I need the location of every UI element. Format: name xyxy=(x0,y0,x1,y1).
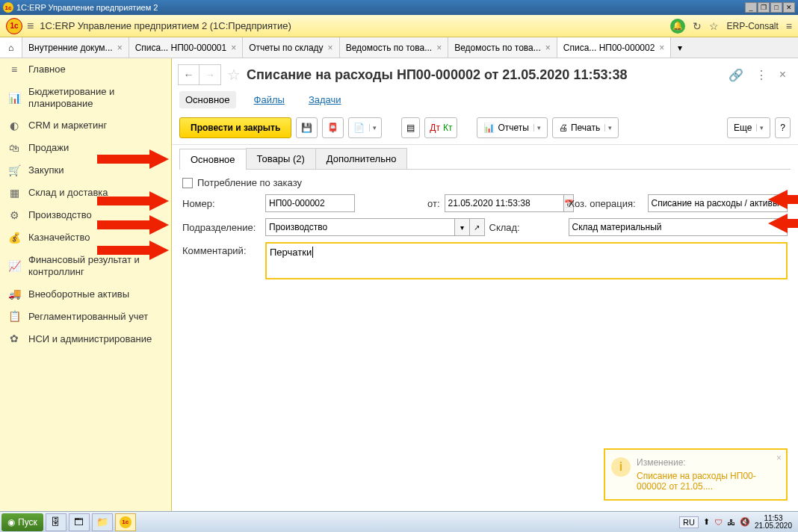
tray-shield-icon[interactable]: 🛡 xyxy=(714,518,723,527)
number-field[interactable] xyxy=(265,194,355,212)
inner-tab-main[interactable]: Основное xyxy=(179,149,247,170)
tray-icon[interactable]: ⬆ xyxy=(703,517,710,527)
taskbar-app-2[interactable]: 🗔 xyxy=(69,513,90,531)
restore-button[interactable]: ❐ xyxy=(758,2,770,13)
notification-body[interactable]: Списание на расходы НП00-000002 от 21.05… xyxy=(637,471,779,492)
tab-internal-docs[interactable]: Внутренние докум...× xyxy=(22,37,129,58)
document-title: Списание на расходы НП00-000002 от 21.05… xyxy=(247,67,720,83)
subnav-tasks[interactable]: Задачи xyxy=(303,91,347,108)
app-icon: 1c xyxy=(3,2,13,13)
money-icon: 💰 xyxy=(7,232,21,244)
taskbar-app-3[interactable]: 📁 xyxy=(92,513,113,531)
post-button[interactable]: 📮 xyxy=(322,117,344,138)
gear-icon: ⚙ xyxy=(7,209,21,221)
grid-icon: ▦ xyxy=(7,187,21,199)
list-icon: ≡ xyxy=(7,64,21,75)
sidebar-item-treasury[interactable]: 💰Казначейство xyxy=(0,226,171,249)
reports-button[interactable]: 📊 Отчеты▾ xyxy=(477,117,547,138)
tray-network-icon[interactable]: 🖧 xyxy=(727,518,735,527)
number-label: Номер: xyxy=(182,198,261,209)
close-icon[interactable]: × xyxy=(436,43,442,53)
notifications-button[interactable]: 🔔 xyxy=(670,19,685,34)
bag-icon: 🛍 xyxy=(7,142,21,154)
inner-tab-extra[interactable]: Дополнительно xyxy=(315,148,408,169)
close-document-button[interactable]: × xyxy=(776,68,789,81)
save-button[interactable]: 💾 xyxy=(296,117,318,138)
close-window-button[interactable]: ✕ xyxy=(783,2,795,13)
subnav-main[interactable]: Основное xyxy=(179,91,236,108)
department-open[interactable]: ↗ xyxy=(470,218,485,236)
sidebar-item-budgeting[interactable]: 📊Бюджетирование и планирование xyxy=(0,81,171,114)
tab-goods-register-2[interactable]: Ведомость по това...× xyxy=(448,37,557,58)
more-icon[interactable]: ⋮ xyxy=(752,68,770,82)
consume-by-order-checkbox[interactable] xyxy=(182,178,193,188)
sidebar-item-warehouse[interactable]: ▦Склад и доставка xyxy=(0,182,171,204)
close-icon[interactable]: × xyxy=(545,43,551,53)
tab-stock-reports[interactable]: Отчеты по складу× xyxy=(243,37,339,58)
tab-writeoff-2[interactable]: Списа... НП00-000002× xyxy=(557,37,672,58)
tab-writeoff-1[interactable]: Списа... НП00-000001× xyxy=(129,37,244,58)
date-field[interactable] xyxy=(445,194,564,212)
more-button[interactable]: Еще▾ xyxy=(727,117,770,138)
sidebar-item-regulated[interactable]: 📋Регламентированный учет xyxy=(0,305,171,327)
sidebar-item-purchases[interactable]: 🛒Закупки xyxy=(0,159,171,182)
link-icon[interactable]: 🔗 xyxy=(726,68,746,82)
help-button[interactable]: ? xyxy=(775,117,791,138)
back-button[interactable]: ← xyxy=(179,65,200,84)
sidebar-item-admin[interactable]: ✿НСИ и администрирование xyxy=(0,327,171,350)
language-indicator[interactable]: RU xyxy=(679,516,699,528)
taskbar-app-1[interactable]: 🗄 xyxy=(46,513,66,531)
notification-close[interactable]: × xyxy=(776,453,782,463)
subnav-files[interactable]: Файлы xyxy=(248,91,291,108)
minimize-button[interactable]: _ xyxy=(745,2,757,13)
print-button[interactable]: 🖨 Печать▾ xyxy=(552,117,619,138)
close-icon[interactable]: × xyxy=(231,43,236,53)
tray-sound-icon[interactable]: 🔇 xyxy=(740,517,750,527)
maximize-button[interactable]: □ xyxy=(770,2,782,13)
debit-credit-button[interactable]: ДтКт xyxy=(424,117,457,138)
create-based-button[interactable]: 📄▾ xyxy=(348,117,382,138)
tabs-overflow-button[interactable]: ▾ xyxy=(671,37,689,58)
app-title: 1C:ERP Управление предприятием 2 (1С:Пре… xyxy=(40,20,670,31)
close-icon[interactable]: × xyxy=(659,43,664,53)
document-toolbar: Провести и закрыть 💾 📮 📄▾ ▤ ДтКт 📊 Отчет… xyxy=(172,114,798,145)
info-icon: i xyxy=(611,457,631,477)
sidebar-item-production[interactable]: ⚙Производство xyxy=(0,204,171,226)
warehouse-field[interactable] xyxy=(569,218,788,236)
sidebar-item-sales[interactable]: 🛍Продажи xyxy=(0,137,171,159)
close-icon[interactable]: × xyxy=(117,43,123,53)
close-icon[interactable]: × xyxy=(328,43,333,53)
flower-icon: ✿ xyxy=(7,332,21,344)
comment-field[interactable]: Перчатки xyxy=(265,242,788,279)
notification-title: Изменение: xyxy=(637,457,779,468)
home-tab[interactable]: ⌂ xyxy=(0,37,22,58)
start-button[interactable]: ◉ Пуск xyxy=(1,513,43,531)
sidebar-item-assets[interactable]: 🚚Внеоборотные активы xyxy=(0,282,171,305)
pie-icon: ◐ xyxy=(7,120,21,132)
department-dropdown[interactable]: ▾ xyxy=(455,218,470,236)
operation-field[interactable] xyxy=(648,194,788,212)
favorite-star-icon[interactable]: ☆ xyxy=(709,20,719,32)
comment-label: Комментарий: xyxy=(182,242,261,279)
structure-button[interactable]: ▤ xyxy=(401,117,420,138)
favorite-toggle[interactable]: ☆ xyxy=(227,66,241,84)
sidebar-item-crm[interactable]: ◐CRM и маркетинг xyxy=(0,114,171,137)
taskbar-app-1c[interactable]: 1c xyxy=(115,513,136,531)
erp-consult-link[interactable]: ERP-Consalt xyxy=(726,21,778,31)
department-field[interactable] xyxy=(265,218,455,236)
system-clock[interactable]: 11:53 21.05.2020 xyxy=(755,515,792,530)
tab-goods-register-1[interactable]: Ведомость по това...× xyxy=(340,37,449,58)
consume-by-order-label: Потребление по заказу xyxy=(197,177,302,188)
bar-icon: 📈 xyxy=(7,260,21,272)
forward-button[interactable]: → xyxy=(200,65,220,84)
sidebar-item-main[interactable]: ≡Главное xyxy=(0,58,171,81)
sidebar-item-finance[interactable]: 📈Финансовый результат и контроллинг xyxy=(0,249,171,282)
main-menu-button[interactable]: ≡ xyxy=(27,19,34,33)
department-label: Подразделение: xyxy=(182,222,261,233)
truck-icon: 🚚 xyxy=(7,288,21,300)
history-icon[interactable]: ↻ xyxy=(693,20,702,32)
inner-tab-goods[interactable]: Товары (2) xyxy=(246,148,316,169)
section-sidebar: ≡Главное 📊Бюджетирование и планирование … xyxy=(0,58,172,511)
settings-menu-icon[interactable]: ≡ xyxy=(786,20,792,32)
post-and-close-button[interactable]: Провести и закрыть xyxy=(179,117,291,138)
